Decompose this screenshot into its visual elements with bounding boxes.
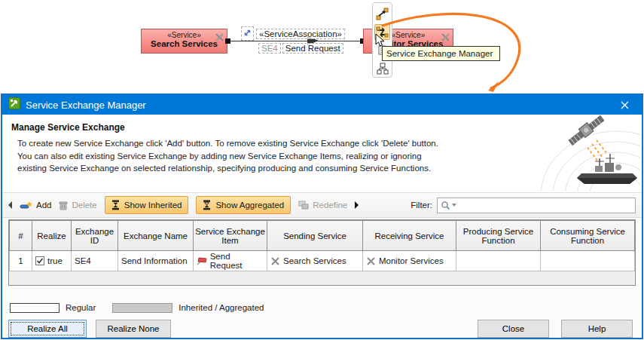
cell-consuming-service-function[interactable] (541, 251, 635, 271)
dialog-toolbar: Add Delete Show Inherited Show Aggregate… (2, 193, 642, 218)
service-block-search-services[interactable]: «Service» Search Services (141, 29, 227, 54)
cell-realize[interactable]: true (32, 251, 72, 271)
filter-label: Filter: (411, 201, 432, 210)
inherited-icon (111, 200, 120, 210)
exchange-table: # Realize Exchange ID Exchange Name Serv… (8, 219, 636, 286)
close-icon[interactable] (608, 95, 642, 115)
receiving-label: Monitor Services (379, 256, 444, 265)
realize-none-button[interactable]: Realize None (96, 320, 171, 338)
cell-sending-service[interactable]: Search Services (267, 251, 363, 271)
col-realize[interactable]: Realize (32, 221, 72, 251)
association-endpoint[interactable] (225, 38, 230, 44)
draw-path-icon[interactable] (374, 6, 390, 22)
exchange-item-icon (197, 256, 207, 265)
service-exchange-manager-dialog: Service Exchange Manager Manage Service … (1, 93, 643, 339)
mouse-cursor-icon (375, 33, 386, 51)
col-service-exchange-item[interactable]: Service Exchange Item (194, 221, 267, 251)
cell-service-exchange-item[interactable]: Send Request (194, 251, 267, 271)
col-consuming-service-function[interactable]: Consuming Service Function (541, 221, 635, 251)
add-icon (20, 201, 32, 210)
help-button[interactable]: Help (561, 320, 633, 338)
cell-exchange-id[interactable]: SE4 (72, 251, 118, 271)
filter-dropdown-icon[interactable] (452, 204, 456, 207)
service-icon (270, 256, 280, 266)
regular-label: Regular (66, 303, 96, 312)
show-aggregated-label: Show Aggregated (215, 201, 284, 210)
tooltip: Service Exchange Manager (382, 46, 500, 61)
cell-num: 1 (10, 251, 32, 271)
association-label[interactable]: «ServiceAssociation» (241, 26, 345, 41)
filter-group: Filter: (411, 198, 636, 213)
col-exchange-id[interactable]: Exchange ID (72, 221, 118, 251)
col-sending-service[interactable]: Sending Service (267, 221, 363, 251)
show-inherited-toggle[interactable]: Show Inherited (105, 196, 189, 214)
dialog-header-panel: Manage Service Exchange To create new Se… (2, 115, 642, 193)
col-exchange-name[interactable]: Exchange Name (118, 221, 194, 251)
col-num[interactable]: # (10, 221, 32, 251)
add-button[interactable]: Add (20, 201, 51, 210)
tooltip-text: Service Exchange Manager (386, 49, 493, 58)
scroll-right-icon[interactable] (355, 201, 359, 209)
aggregated-icon (203, 200, 211, 210)
filter-input[interactable] (458, 201, 632, 210)
delete-label: Delete (72, 201, 96, 210)
show-aggregated-toggle[interactable]: Show Aggregated (196, 196, 291, 214)
service-icon (366, 256, 376, 266)
cell-producing-service-function[interactable] (456, 251, 541, 271)
service-association-icon (241, 26, 254, 41)
regular-swatch (10, 303, 60, 313)
sending-label: Search Services (283, 256, 346, 265)
table-row[interactable]: 1 true SE4 Send Information (10, 251, 635, 271)
association-line[interactable] (227, 41, 363, 41)
crossed-tools-icon (215, 32, 224, 45)
table-legend: Regular Inherited / Aggregated (2, 298, 642, 317)
realize-all-button[interactable]: Realize All (8, 320, 87, 338)
close-button[interactable]: Close (478, 320, 549, 338)
realize-value: true (47, 256, 63, 265)
item-label: Send Request (210, 252, 264, 270)
satellite-ship-illustration (527, 115, 640, 193)
col-producing-service-function[interactable]: Producing Service Function (456, 221, 541, 251)
search-icon (441, 201, 450, 210)
app-logo-icon (8, 97, 20, 112)
delete-button[interactable]: Delete (59, 201, 96, 210)
crossed-tools-icon (441, 32, 450, 45)
redefine-button[interactable]: Redefine (298, 201, 347, 210)
exchange-label[interactable]: SE4 Send Request (258, 43, 343, 54)
inherited-swatch (112, 303, 172, 313)
exchange-id-label: SE4 (258, 43, 281, 54)
scroll-left-icon[interactable] (8, 201, 12, 209)
exchange-table-section: # Realize Exchange ID Exchange Name Serv… (2, 218, 642, 298)
table-header-row: # Realize Exchange ID Exchange Name Serv… (10, 221, 635, 251)
structure-icon[interactable] (374, 60, 390, 76)
redefine-icon (298, 201, 309, 210)
association-stereotype-label: «ServiceAssociation» (256, 29, 345, 39)
cell-exchange-name[interactable]: Send Information (118, 251, 194, 271)
cell-receiving-service[interactable]: Monitor Services (363, 251, 456, 271)
inherited-label: Inherited / Aggregated (179, 303, 264, 312)
dialog-title: Service Exchange Manager (26, 100, 146, 111)
dialog-titlebar[interactable]: Service Exchange Manager (2, 95, 642, 115)
filter-input-box[interactable] (437, 198, 636, 213)
trash-icon (59, 201, 68, 210)
col-receiving-service[interactable]: Receiving Service (363, 221, 456, 251)
exchange-name-label: Send Request (282, 43, 343, 54)
panel-description: To create new Service Exchange click 'Ad… (17, 137, 453, 175)
realize-checkbox[interactable] (35, 256, 44, 265)
redefine-label: Redefine (313, 201, 347, 210)
dialog-buttons: Realize All Realize None Close Help (2, 317, 642, 338)
show-inherited-label: Show Inherited (124, 201, 182, 210)
add-label: Add (36, 201, 51, 210)
